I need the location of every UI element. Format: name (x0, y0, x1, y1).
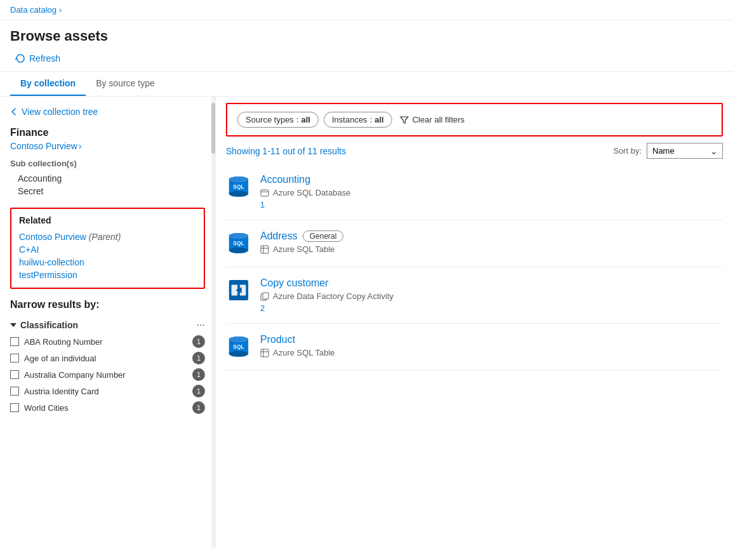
filter-count-aba: 1 (192, 335, 205, 348)
tabs-bar: By collection By source type (0, 72, 733, 97)
filter-label-austria: Austria Identity Card (24, 387, 99, 396)
instances-chip[interactable]: Instances : all (324, 112, 392, 128)
sort-select[interactable]: Name Type (647, 143, 723, 159)
asset-item-product: SQL Product Azure SQL Table (226, 324, 723, 371)
filter-item-australia: Australia Company Number 1 (10, 366, 205, 383)
refresh-icon (15, 53, 25, 63)
collapse-icon (10, 322, 17, 328)
sql-icon-accounting: SQL (226, 174, 251, 199)
svg-point-25 (229, 337, 248, 342)
db-icon (260, 189, 269, 197)
view-collection-tree-link[interactable]: View collection tree (10, 107, 205, 117)
results-count: Showing 1-11 out of 11 results (226, 146, 346, 156)
checkbox-aba[interactable] (10, 337, 19, 346)
table-icon-product (260, 349, 269, 357)
asset-content-accounting: Accounting Azure SQL Database 1 (260, 174, 723, 210)
filter-count-age: 1 (192, 352, 205, 364)
breadcrumb-data-catalog[interactable]: Data catalog › (10, 5, 723, 15)
clear-filters-label: Clear all filters (413, 115, 465, 124)
checkbox-worldcities[interactable] (10, 403, 19, 412)
asset-name-address[interactable]: Address (260, 230, 298, 242)
sql-icon-address: SQL (226, 230, 251, 256)
scrollbar-track[interactable] (211, 97, 215, 549)
asset-item-accounting: SQL Accounting Azure SQL Database 1 (226, 164, 723, 220)
source-types-chip[interactable]: Source types : all (237, 112, 319, 128)
asset-name-product[interactable]: Product (260, 334, 295, 345)
svg-point-4 (229, 177, 248, 182)
sort-label: Sort by: (613, 146, 642, 156)
filter-item-worldcities: World Cities 1 (10, 399, 205, 416)
asset-content-copy-customer: Copy customer Azure Data Factory Copy Ac… (260, 277, 723, 313)
filter-bar: Source types : all Instances : all Clear… (226, 103, 723, 137)
filter-item-age: Age of an individual 1 (10, 350, 205, 366)
copy-icon (260, 292, 269, 301)
scrollbar-thumb[interactable] (211, 103, 215, 154)
contoso-purview-link[interactable]: Contoso Purview › (10, 141, 205, 151)
svg-rect-13 (261, 246, 268, 253)
asset-badge-address: General (303, 230, 344, 242)
table-icon (260, 245, 269, 254)
related-link-huilwu[interactable]: huilwu-collection (19, 256, 196, 269)
classification-filter-group: Classification ··· ABA Routing Number 1 (10, 317, 205, 416)
top-bar: Data catalog › (0, 0, 733, 20)
asset-type-accounting: Azure SQL Database (260, 188, 723, 197)
source-types-value: all (301, 115, 310, 124)
view-tree-label: View collection tree (22, 107, 98, 117)
filter-count-australia: 1 (192, 368, 205, 381)
asset-content-address: Address General Azure SQL Table (260, 230, 723, 257)
checkbox-age[interactable] (10, 354, 19, 363)
svg-marker-0 (10, 323, 17, 327)
svg-rect-27 (261, 349, 268, 357)
instances-label: Instances (332, 115, 367, 124)
clear-filters-button[interactable]: Clear all filters (400, 115, 465, 124)
chevron-left-icon (10, 108, 18, 116)
sub-item-secret[interactable]: Secret (10, 185, 205, 197)
classification-label: Classification (10, 320, 78, 330)
adf-icon-copy-customer (226, 277, 251, 303)
svg-point-24 (229, 351, 248, 357)
checkbox-austria[interactable] (10, 387, 19, 396)
filter-count-worldcities: 1 (192, 401, 205, 414)
checkbox-australia[interactable] (10, 370, 19, 379)
refresh-button[interactable]: Refresh (10, 51, 65, 66)
refresh-label: Refresh (29, 53, 60, 63)
sql-icon-product: SQL (226, 334, 251, 359)
tab-by-source-type[interactable]: By source type (86, 72, 165, 96)
sub-item-accounting[interactable]: Accounting (10, 172, 205, 185)
related-link-cai[interactable]: C+AI (19, 243, 196, 256)
asset-content-product: Product Azure SQL Table (260, 334, 723, 360)
tab-by-collection[interactable]: By collection (10, 72, 86, 96)
funnel-icon (400, 116, 409, 124)
related-link-contoso[interactable]: Contoso Purview (Parent) (19, 230, 196, 243)
filter-item-aba: ABA Routing Number 1 (10, 333, 205, 350)
asset-count-copy-customer[interactable]: 2 (260, 303, 723, 313)
asset-type-product: Azure SQL Table (260, 348, 723, 357)
filter-label-worldcities: World Cities (24, 403, 69, 413)
filter-more-button[interactable]: ··· (197, 319, 205, 331)
asset-name-accounting[interactable]: Accounting (260, 174, 310, 185)
sort-container: Sort by: Name Type (613, 143, 723, 159)
related-title: Related (19, 215, 196, 225)
asset-type-address: Azure SQL Table (260, 244, 723, 254)
svg-point-11 (229, 233, 248, 239)
right-panel: Source types : all Instances : all Clear… (216, 97, 733, 549)
main-content: View collection tree Finance Contoso Pur… (0, 97, 733, 549)
breadcrumb-chevron: › (59, 5, 62, 15)
narrow-title: Narrow results by: (10, 299, 205, 310)
asset-name-copy-customer[interactable]: Copy customer (260, 277, 329, 289)
asset-count-accounting[interactable]: 1 (260, 200, 723, 210)
svg-text:SQL: SQL (233, 183, 244, 190)
sub-collections-label: Sub collection(s) (10, 159, 205, 168)
related-link-testpermission[interactable]: testPermission (19, 269, 196, 281)
finance-title: Finance (10, 127, 205, 138)
svg-rect-21 (263, 293, 268, 299)
results-total: 11 (307, 146, 317, 156)
asset-item-copy-customer: Copy customer Azure Data Factory Copy Ac… (226, 267, 723, 324)
asset-type-copy-customer: Azure Data Factory Copy Activity (260, 291, 723, 301)
narrow-results-section: Narrow results by: Classification ··· (10, 299, 205, 416)
breadcrumb-label: Data catalog (10, 5, 56, 15)
page-title: Browse assets (10, 28, 723, 44)
classification-group-header[interactable]: Classification ··· (10, 317, 205, 333)
filter-label-age: Age of an individual (24, 354, 96, 363)
sort-dropdown[interactable]: Name Type (647, 143, 723, 159)
